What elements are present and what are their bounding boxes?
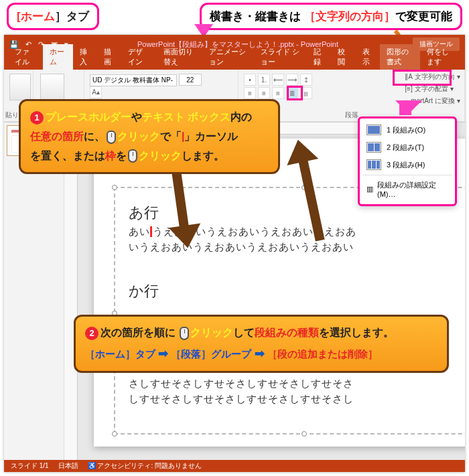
align-center-button[interactable]: ≡ xyxy=(258,87,270,99)
ruler-vertical xyxy=(64,135,78,460)
text-direction-highlight xyxy=(393,70,452,86)
decrease-indent-button[interactable]: ⟵ xyxy=(272,74,284,86)
text-line: さしすせそさしすせそさしすせそさしすせそさ xyxy=(129,376,465,392)
numbering-button[interactable]: 1. xyxy=(258,74,270,86)
tab-review[interactable]: 校閲 xyxy=(331,44,355,70)
tab-view[interactable]: 表示 xyxy=(356,44,380,70)
font-name-input[interactable] xyxy=(90,74,177,86)
pink-arrow-icon xyxy=(399,100,411,115)
status-bar: スライド 1/1 日本語 ♿ アクセシビリティ: 問題ありません xyxy=(4,460,465,472)
tab-record[interactable]: 記録 xyxy=(307,44,331,70)
tab-file[interactable]: ファイル xyxy=(8,44,43,70)
heading-ka: か行 xyxy=(129,281,465,301)
path-paragraph-group: ［段落］グループ xyxy=(171,348,251,360)
new-slide-button[interactable] xyxy=(40,74,64,100)
tab-slideshow[interactable]: スライド ショー xyxy=(254,44,307,70)
tip-step-1: 1プレースホルダーやテキスト ボックス内の 任意の箇所に、クリックで「|」カーソ… xyxy=(19,99,280,174)
callout-home-tab: [ホーム］タブ xyxy=(7,3,99,30)
separator xyxy=(362,175,452,175)
align-right-button[interactable]: ≡ xyxy=(272,87,284,99)
increase-font-icon[interactable]: A▴ xyxy=(90,86,102,98)
ribbon-tabs: ファイル ホーム 挿入 描画 デザイン 画面切り替え アニメーション スライド … xyxy=(4,54,465,70)
tab-insert[interactable]: 挿入 xyxy=(73,44,97,70)
mouse-icon xyxy=(180,327,189,340)
tab-transitions[interactable]: 画面切り替え xyxy=(157,44,203,70)
mouse-icon xyxy=(107,131,116,144)
tab-design[interactable]: デザイン xyxy=(121,44,156,70)
bullets-button[interactable]: • xyxy=(244,74,256,86)
paste-button[interactable] xyxy=(9,74,31,100)
resize-handle[interactable] xyxy=(302,431,307,437)
columns-dropdown: 1 段組み(O) 2 段組み(T) 3 段組み(H) ▥ 段組みの詳細設定(M)… xyxy=(358,116,457,206)
status-page: スライド 1/1 xyxy=(11,461,49,471)
columns-option-2[interactable]: 2 段組み(T) xyxy=(360,139,455,156)
increase-indent-button[interactable]: ⟶ xyxy=(286,74,298,86)
columns-option-1[interactable]: 1 段組み(O) xyxy=(360,121,455,139)
columns-more-options[interactable]: ▥ 段組みの詳細設定(M)… xyxy=(360,177,455,202)
tip-step-2: 2次の箇所を順に クリックして段組みの種類を選択します。 ［ホーム］タブ ➡ ［… xyxy=(74,315,449,373)
align-left-button[interactable]: ≡ xyxy=(244,87,256,99)
columns-button-highlight xyxy=(287,86,303,100)
status-lang[interactable]: 日本語 xyxy=(58,461,78,471)
path-home-tab: ［ホーム］タブ xyxy=(85,348,155,360)
text-line: しすせそさしすせそさしすせそさしすせそさし xyxy=(129,392,465,407)
line-spacing-button[interactable]: ‡ xyxy=(300,74,312,86)
tab-home[interactable]: ホーム xyxy=(43,44,72,70)
mouse-icon xyxy=(128,149,137,163)
font-size-input[interactable] xyxy=(179,74,202,86)
path-columns-command: ［段の追加または削除］ xyxy=(267,348,378,360)
tab-tell-me[interactable]: 何をします xyxy=(420,44,461,70)
resize-handle[interactable] xyxy=(112,185,117,190)
tab-draw[interactable]: 描画 xyxy=(97,44,121,70)
tab-animations[interactable]: アニメーション xyxy=(202,44,254,70)
columns-option-3[interactable]: 3 段組み(H) xyxy=(360,156,455,173)
tab-shape-format[interactable]: 図形の書式 xyxy=(380,44,421,70)
resize-handle[interactable] xyxy=(112,431,117,437)
status-accessibility[interactable]: ♿ アクセシビリティ: 問題ありません xyxy=(88,461,202,471)
